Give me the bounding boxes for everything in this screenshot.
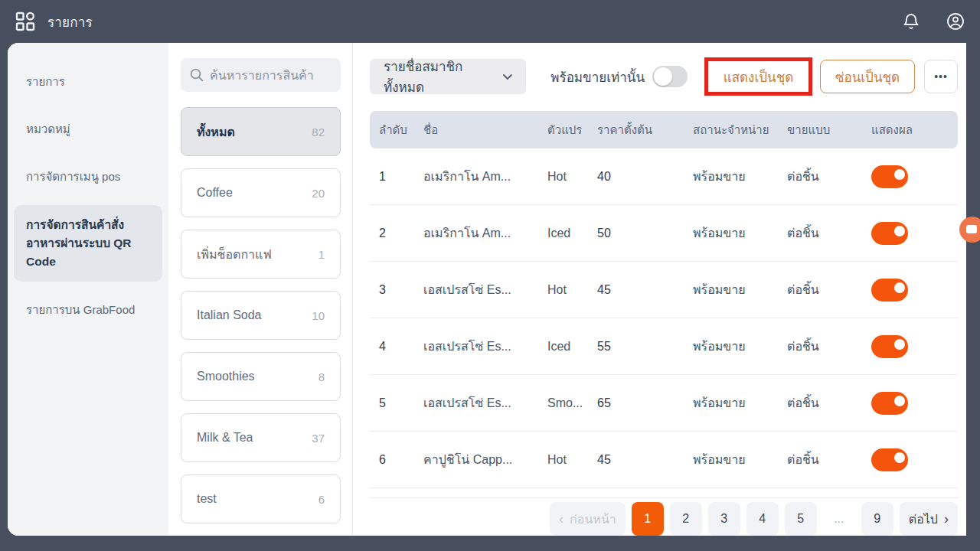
header-display: แสดงผล xyxy=(871,122,958,138)
sidebar-item-0[interactable]: รายการ xyxy=(8,63,168,101)
cell-base-price: 65 xyxy=(597,396,693,410)
cell-base-price: 45 xyxy=(597,453,693,467)
cell-sale-status: พร้อมขาย xyxy=(693,337,787,356)
display-toggle[interactable] xyxy=(871,222,908,245)
cell-variant: Smo... xyxy=(547,396,597,410)
sidebar-item-1[interactable]: หมวดหมู่ xyxy=(8,110,168,148)
ready-to-sell-only-toggle[interactable] xyxy=(652,66,688,87)
table-row-2: 2อเมริกาโน Am...Iced50พร้อมขายต่อชิ้น xyxy=(370,205,958,262)
category-card-0[interactable]: ทั้งหมด82 xyxy=(181,107,341,156)
page-button-1[interactable]: 1 xyxy=(632,502,664,536)
cell-variant: Hot xyxy=(547,453,597,467)
page-button-3[interactable]: 3 xyxy=(708,502,740,536)
cell-display xyxy=(871,448,958,471)
header-sell-type: ขายแบบ xyxy=(787,122,871,138)
chevron-right-icon: › xyxy=(944,512,949,526)
display-toggle[interactable] xyxy=(871,279,908,302)
cell-base-price: 40 xyxy=(597,170,693,184)
category-label: Coffee xyxy=(197,186,233,200)
toggle-knob xyxy=(892,280,907,295)
category-count: 82 xyxy=(312,126,325,139)
search-input[interactable]: ค้นหารายการสินค้า xyxy=(181,58,341,92)
sidebar-item-2[interactable]: การจัดการเมนู pos xyxy=(8,158,168,196)
category-card-3[interactable]: Italian Soda10 xyxy=(181,291,341,340)
toggle-knob xyxy=(892,223,907,239)
cell-sell-type: ต่อชิ้น xyxy=(787,337,871,356)
cell-sale-status: พร้อมขาย xyxy=(693,393,787,412)
search-placeholder: ค้นหารายการสินค้า xyxy=(210,66,314,85)
cell-display xyxy=(871,392,958,415)
category-count: 20 xyxy=(312,187,325,200)
category-card-1[interactable]: Coffee20 xyxy=(181,168,341,217)
notifications-bell-icon[interactable] xyxy=(902,12,920,31)
toggle-knob xyxy=(892,337,907,352)
category-label: ทั้งหมด xyxy=(197,122,235,142)
category-count: 6 xyxy=(318,493,325,506)
show-as-batch-button[interactable]: แสดงเป็นชุด xyxy=(704,57,812,96)
cell-sell-type: ต่อชิ้น xyxy=(787,223,871,243)
cell-order: 4 xyxy=(370,340,423,354)
ready-to-sell-only-label: พร้อมขายเท่านั้น xyxy=(550,67,645,87)
category-label: Smoothies xyxy=(197,370,255,383)
display-toggle[interactable] xyxy=(871,448,908,471)
category-count: 8 xyxy=(318,370,325,383)
cell-sell-type: ต่อชิ้น xyxy=(787,393,871,412)
cell-name: เอสเปรสโซ่ Es... xyxy=(423,393,547,412)
cell-sell-type: ต่อชิ้น xyxy=(787,450,871,469)
cell-order: 3 xyxy=(370,283,423,297)
member-list-dropdown[interactable]: รายชื่อสมาชิกทั้งหมด xyxy=(370,59,526,94)
cell-base-price: 45 xyxy=(597,283,693,297)
header-base-price: ราคาตั้งต้น xyxy=(597,122,693,138)
table-header-row: ลำดับ ชื่อ ตัวแปร ราคาตั้งต้น สถานะจำหน่… xyxy=(370,111,958,148)
cell-order: 6 xyxy=(370,453,423,467)
table-row-4: 4เอสเปรสโซ่ Es...Iced55พร้อมขายต่อชิ้น xyxy=(370,318,958,375)
show-as-batch-label: แสดงเป็นชุด xyxy=(724,67,793,87)
category-card-4[interactable]: Smoothies8 xyxy=(181,352,341,401)
display-toggle[interactable] xyxy=(871,392,908,415)
sidebar-menu: รายการหมวดหมู่การจัดการเมนู posการจัดการ… xyxy=(8,43,168,536)
more-options-button[interactable]: ••• xyxy=(924,60,958,93)
cell-variant: Hot xyxy=(547,283,597,297)
display-toggle[interactable] xyxy=(871,165,908,188)
category-label: Italian Soda xyxy=(197,308,262,322)
fab-glyph-icon xyxy=(966,225,977,233)
category-card-5[interactable]: Milk & Tea37 xyxy=(181,413,341,462)
cell-name: เอสเปรสโซ่ Es... xyxy=(423,337,547,356)
search-icon xyxy=(189,67,204,83)
display-toggle[interactable] xyxy=(871,335,908,358)
category-card-2[interactable]: เพิ่มช็อตกาแฟ1 xyxy=(181,230,341,279)
dropdown-value: รายชื่อสมาชิกทั้งหมด xyxy=(384,56,501,97)
cell-variant: Iced xyxy=(547,227,597,240)
cell-name: อเมริกาโน Am... xyxy=(423,167,547,186)
apps-grid-icon[interactable] xyxy=(15,11,35,31)
chevron-down-icon xyxy=(501,70,514,83)
cell-display xyxy=(871,222,958,245)
controls-row: รายชื่อสมาชิกทั้งหมด พร้อมขายเท่านั้น แส… xyxy=(370,57,958,96)
category-card-6[interactable]: test6 xyxy=(181,474,341,523)
table-row-1: 1อเมริกาโน Am...Hot40พร้อมขายต่อชิ้น xyxy=(370,148,958,205)
cell-variant: Hot xyxy=(547,170,597,184)
header-sale-status: สถานะจำหน่าย xyxy=(693,122,787,138)
page-title: รายการ xyxy=(47,11,93,32)
hide-as-batch-button[interactable]: ซ่อนเป็นชุด xyxy=(820,60,915,93)
user-profile-icon[interactable] xyxy=(946,12,965,31)
page-button-9[interactable]: 9 xyxy=(861,502,893,536)
pagination-bar: ‹ก่อนหน้า12345...9ต่อไป› xyxy=(370,497,958,536)
category-list: ทั้งหมด82Coffee20เพิ่มช็อตกาแฟ1Italian S… xyxy=(181,107,341,523)
floating-action-button[interactable] xyxy=(959,217,980,243)
header-variant: ตัวแปร xyxy=(547,122,597,138)
category-column: ค้นหารายการสินค้า ทั้งหมด82Coffee20เพิ่ม… xyxy=(168,43,353,536)
cell-sale-status: พร้อมขาย xyxy=(693,450,787,469)
sidebar-item-4[interactable]: รายการบน GrabFood xyxy=(8,291,168,329)
page-button-5[interactable]: 5 xyxy=(785,502,817,536)
cell-sell-type: ต่อชิ้น xyxy=(787,280,871,299)
toggle-knob xyxy=(892,167,907,182)
sidebar-item-3[interactable]: การจัดการสินค้าสั่งอาหารผ่านระบบ QR Code xyxy=(14,205,162,282)
cell-display xyxy=(871,279,958,302)
page-button-4[interactable]: 4 xyxy=(746,502,779,536)
page-button-2[interactable]: 2 xyxy=(670,502,702,536)
previous-page-button[interactable]: ‹ก่อนหน้า xyxy=(550,502,626,536)
next-page-button[interactable]: ต่อไป› xyxy=(900,502,958,536)
cell-display xyxy=(871,165,958,188)
chevron-left-icon: ‹ xyxy=(559,512,564,526)
